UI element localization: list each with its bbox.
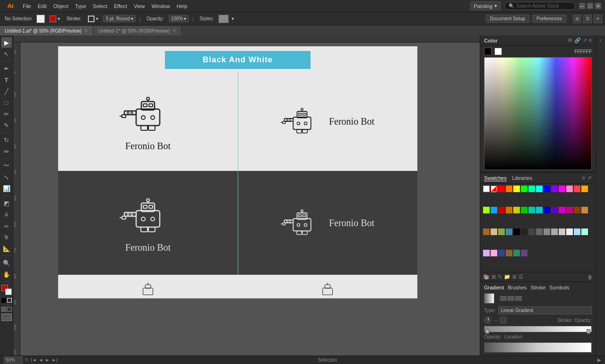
swatch-lime[interactable] (521, 186, 527, 192)
menu-toggle[interactable]: ≡ (594, 15, 602, 23)
graph-tool[interactable]: 📊 (1, 183, 12, 194)
eyedropper-tool[interactable]: 🖰 (1, 232, 12, 242)
swatch-gray1[interactable] (566, 229, 573, 235)
brush-tool[interactable]: ✏ (1, 109, 12, 119)
swatch-gold[interactable] (506, 250, 512, 256)
swatch-sienna[interactable] (483, 229, 490, 235)
swatch-darkred[interactable] (498, 207, 505, 213)
menu-effect[interactable]: Effect (111, 2, 130, 10)
fg-color-swatch[interactable] (484, 48, 492, 55)
color-panel-expand[interactable]: ↗ (583, 37, 587, 43)
swatch-rose[interactable] (566, 207, 573, 213)
libraries-tab[interactable]: Libraries (512, 175, 532, 181)
opacity-value-dropdown[interactable]: 100% ▾ (169, 15, 189, 22)
swatch-chartreuse[interactable] (483, 207, 490, 213)
fill-swatch[interactable] (36, 15, 45, 23)
swatch-none[interactable] (491, 186, 497, 192)
none-fill[interactable] (1, 298, 6, 303)
view-toggle[interactable]: ☰ (583, 15, 592, 23)
swatch-darkgreen[interactable] (521, 207, 527, 213)
tab-0[interactable]: Untitled-1.ai* @ 50% (RGB/Preview) ✕ (0, 26, 93, 35)
swatch-edit-icon[interactable]: ✎ (498, 274, 502, 280)
swatch-library-icon[interactable]: 📚 (483, 274, 490, 280)
swatch-list-icon[interactable]: ☰ (519, 274, 523, 280)
swatches-expand[interactable]: ↗ (587, 175, 592, 181)
type-tool[interactable]: T (1, 75, 12, 85)
swatch-gray6[interactable] (528, 229, 535, 235)
rotate-tool[interactable]: ↻ (1, 135, 12, 145)
line-tool[interactable]: ╱ (1, 86, 12, 96)
zoom-input[interactable] (4, 356, 23, 364)
swatch-mauve[interactable] (521, 250, 527, 256)
swatch-brown[interactable] (574, 207, 580, 213)
swatch-darkcyan[interactable] (536, 207, 543, 213)
swatch-coral[interactable] (574, 186, 580, 192)
color-spectrum-picker[interactable] (484, 57, 592, 170)
swatch-delete-icon[interactable]: 🗑 (588, 274, 593, 280)
stroke-tab[interactable]: Stroke (531, 285, 546, 290)
gradient-angle-control[interactable] (484, 316, 492, 324)
hand-tool[interactable]: ✋ (1, 269, 12, 279)
menu-object[interactable]: Object (51, 2, 71, 10)
blend-tool[interactable]: ∞ (1, 220, 12, 231)
swatch-tan[interactable] (581, 207, 588, 213)
swatch-teal[interactable] (528, 186, 535, 192)
gradient-tool[interactable]: ◩ (1, 198, 12, 208)
swatch-olive[interactable] (498, 229, 505, 235)
gradient-stroke-btn2[interactable] (508, 296, 514, 301)
swatch-grid-icon[interactable]: ⊞ (512, 274, 517, 280)
swatch-darkpurple[interactable] (551, 207, 558, 213)
swatch-steel[interactable] (506, 229, 512, 235)
menu-window[interactable]: Window (149, 2, 173, 10)
swatch-darkteal[interactable] (528, 207, 535, 213)
gradient-preview-swatch[interactable] (484, 293, 494, 304)
swatch-gray5[interactable] (536, 229, 543, 235)
swatch-gray4[interactable] (544, 229, 550, 235)
document-setup-button[interactable]: Document Setup (486, 15, 530, 23)
swatch-blush[interactable] (491, 250, 497, 256)
gradient-reverse-btn[interactable] (500, 317, 507, 323)
swatch-lavender[interactable] (483, 250, 490, 256)
selection-tool[interactable]: ▶ (1, 37, 12, 48)
fill-toggle[interactable]: ▾ (48, 15, 62, 23)
tab-0-close[interactable]: ✕ (84, 28, 88, 33)
swatch-wheat[interactable] (491, 229, 497, 235)
styles-swatch[interactable] (218, 15, 229, 23)
stroke-toggle[interactable]: ▾ (86, 15, 100, 23)
swatch-mintgreen[interactable] (581, 229, 588, 235)
gradient-type-dropdown[interactable]: Linear Gradient (498, 306, 592, 314)
menu-select[interactable]: Select (90, 2, 110, 10)
scale-tool[interactable]: ⤡ (1, 172, 12, 182)
measure-tool[interactable]: 📐 (1, 243, 12, 254)
gradient-stroke-btn1[interactable] (500, 296, 507, 301)
swatch-orange[interactable] (506, 186, 512, 192)
swatch-forest[interactable] (513, 250, 520, 256)
swatch-amber[interactable] (581, 186, 588, 192)
gradient-bar[interactable] (484, 326, 592, 332)
swatch-gray3[interactable] (551, 229, 558, 235)
swatch-blue[interactable] (544, 186, 550, 192)
swatch-white[interactable] (483, 186, 490, 192)
mesh-tool[interactable]: # (1, 209, 12, 220)
tab-1-close[interactable]: ✕ (173, 28, 176, 33)
symbols-tab[interactable]: Symbols (549, 285, 569, 290)
bg-color-swatch[interactable] (494, 48, 502, 55)
swatch-folder-icon[interactable]: 📁 (504, 274, 510, 280)
menu-edit[interactable]: Edit (35, 2, 50, 10)
rect-tool[interactable]: □ (1, 97, 12, 108)
play-button[interactable]: ▶ (597, 357, 601, 363)
menu-help[interactable]: Help (174, 2, 190, 10)
swatch-navy2[interactable] (498, 250, 505, 256)
tool-expand[interactable]: … (1, 313, 12, 321)
arrange-button[interactable]: ⊞ (573, 15, 581, 23)
pen-tool[interactable]: ✒ (1, 63, 12, 74)
gradient-stroke-btn3[interactable] (515, 296, 522, 301)
workspace-dropdown[interactable]: Painting ▾ (470, 1, 501, 10)
color-panel-settings[interactable]: ⚙ (568, 37, 572, 43)
gradient-tab[interactable]: Gradient (484, 285, 504, 290)
none-stroke[interactable] (7, 298, 12, 303)
swatch-darkmagenta[interactable] (559, 207, 565, 213)
swatch-gray2[interactable] (559, 229, 565, 235)
tab-1[interactable]: Untitled-1* @ 50% (RGB/Preview) ✕ (93, 26, 182, 35)
swatch-darkyellow[interactable] (513, 207, 520, 213)
